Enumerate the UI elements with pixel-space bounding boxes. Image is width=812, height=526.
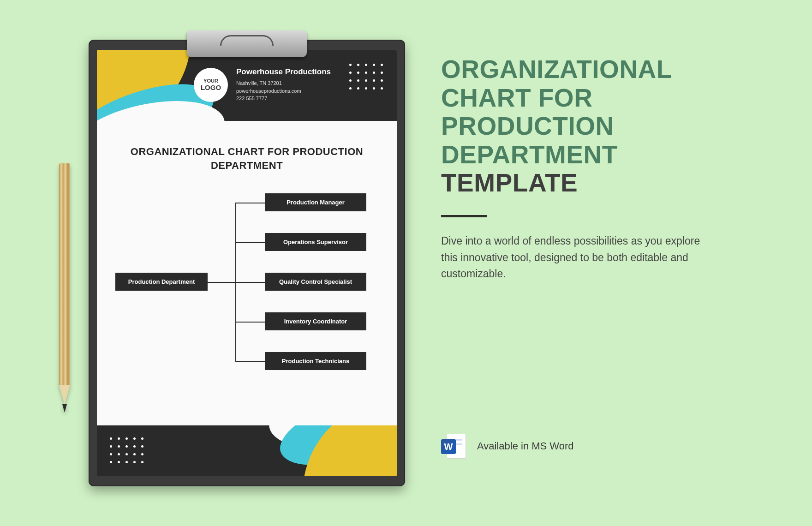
org-child-node: Inventory Coordinator	[265, 312, 366, 330]
description-text: Dive into a world of endless possibiliti…	[441, 233, 709, 282]
org-child-node: Production Manager	[265, 193, 366, 211]
company-address: Nashville, TN 37201	[236, 79, 331, 87]
title-line: TEMPLATE	[441, 168, 578, 197]
page-title: ORGANIZATIONAL CHART FOR PRODUCTION DEPA…	[441, 55, 727, 197]
header-banner: YOUR LOGO Powerhouse Productions Nashvil…	[97, 50, 397, 121]
availability-label: Available in MS Word	[477, 440, 574, 452]
org-chart: Production Department Production Manager…	[115, 193, 378, 378]
org-child-node: Operations Supervisor	[265, 233, 366, 251]
document-heading: ORGANIZATIONAL CHART FOR PRODUCTION DEPA…	[115, 145, 378, 172]
org-child-node: Production Technicians	[265, 352, 366, 370]
title-line: CHART FOR	[441, 84, 592, 112]
footer-banner	[97, 425, 397, 476]
document-page: YOUR LOGO Powerhouse Productions Nashvil…	[97, 50, 397, 476]
availability-row: W Available in MS Word	[441, 434, 574, 459]
dot-pattern-top	[349, 64, 384, 90]
company-website: powerhouseproductions.com	[236, 87, 331, 95]
org-child-node: Quality Control Specialist	[265, 273, 366, 291]
company-phone: 222 555 7777	[236, 95, 331, 102]
clipboard-clip	[187, 30, 307, 57]
logo-placeholder: YOUR LOGO	[194, 68, 228, 102]
promo-panel: ORGANIZATIONAL CHART FOR PRODUCTION DEPA…	[441, 55, 727, 282]
logo-line1: YOUR	[203, 78, 218, 84]
org-root-node: Production Department	[115, 273, 208, 291]
word-badge-letter: W	[441, 439, 456, 454]
title-line: DEPARTMENT	[441, 140, 618, 169]
pencil-graphic	[59, 163, 70, 412]
title-line: ORGANIZATIONAL	[441, 55, 672, 84]
company-name: Powerhouse Productions	[236, 67, 331, 77]
clipboard: YOUR LOGO Powerhouse Productions Nashvil…	[89, 40, 405, 486]
company-info: Powerhouse Productions Nashville, TN 372…	[236, 67, 331, 102]
logo-line2: LOGO	[201, 84, 221, 92]
dot-pattern-bottom	[110, 437, 144, 464]
title-divider	[441, 215, 487, 217]
ms-word-icon: W	[441, 434, 466, 459]
title-line: PRODUCTION	[441, 112, 614, 140]
